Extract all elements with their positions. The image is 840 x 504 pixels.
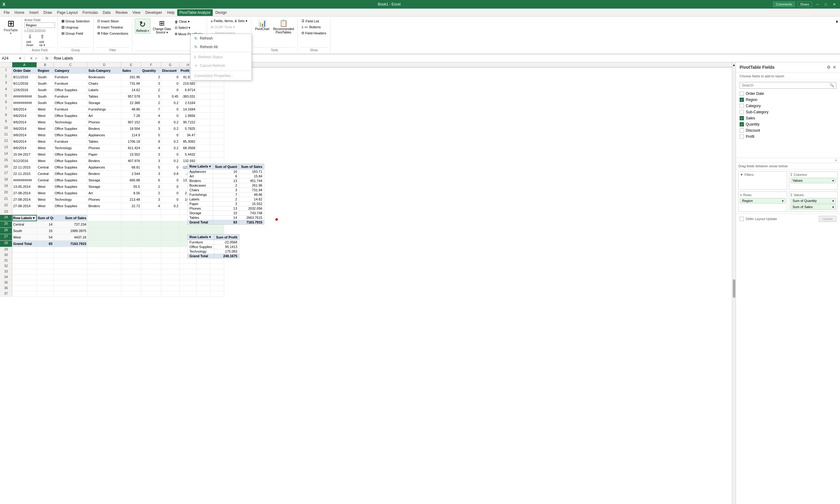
menu-help[interactable]: Help [164, 9, 177, 16]
insert-timeline-button[interactable]: ⊟ Insert Timeline [96, 24, 129, 30]
list-item[interactable]: Bookcases2261.96 [187, 183, 264, 188]
drill-up-button[interactable]: ⇧ DrillUp ▾ [37, 33, 48, 47]
cell-b1[interactable]: Region [37, 68, 54, 74]
pivot1-header-sales[interactable]: Sum of Sales [239, 164, 264, 169]
row-header-1[interactable]: 1 [0, 68, 12, 74]
menu-draw[interactable]: Draw [41, 9, 54, 16]
list-item[interactable]: Paper315.552 [187, 202, 264, 206]
field-item-region[interactable]: ✓ Region [736, 97, 840, 103]
field-headers-button[interactable]: ⊟ Field Headers [300, 30, 327, 36]
cell-g1[interactable]: Discount [161, 68, 180, 74]
menu-pagelayout[interactable]: Page Layout [54, 9, 80, 16]
field-item-profit[interactable]: Profit [736, 133, 840, 140]
plus-minus-buttons-button[interactable]: ± +/- Buttons [300, 24, 327, 30]
pivot1-header-qty[interactable]: Sum of Quant [213, 164, 239, 169]
col-header-g[interactable]: G [161, 62, 180, 67]
group-field-button[interactable]: ▤ Group Field [60, 31, 91, 36]
vertical-scrollbar[interactable]: ▲ ▼ [732, 62, 736, 504]
pivottable-button[interactable]: ⊞ PivotTable ▾ [2, 18, 19, 36]
field-checkbox-orderdate[interactable] [739, 91, 744, 96]
cell-c24[interactable]: Sum of Sales [54, 215, 88, 221]
region-row-dropdown[interactable]: ▾ [782, 199, 784, 202]
confirm-formula-icon[interactable]: ✓ [35, 56, 38, 60]
fields-items-sets-button[interactable]: ≡ Fields, Items, & Sets ▾ [209, 18, 248, 24]
row-header-25[interactable]: 25 [0, 221, 12, 228]
drill-down-button[interactable]: ⇩ DrillDown [24, 33, 35, 47]
menu-view[interactable]: View [130, 9, 143, 16]
list-item[interactable]: Technology175.083 [187, 249, 239, 254]
refresh-button[interactable]: ↻ Refresh ▾ [135, 18, 150, 34]
values-column-tag[interactable]: Values ▾ [790, 178, 836, 183]
panel-close-icon[interactable]: ✕ [833, 65, 836, 70]
menu-formulas[interactable]: Formulas [80, 9, 101, 16]
cell-e1[interactable]: Sales [121, 68, 141, 74]
cell-b25[interactable]: 14 [37, 221, 54, 228]
field-item-subcategory[interactable]: Sub-Category [736, 109, 840, 115]
defer-checkbox[interactable] [739, 217, 744, 221]
field-item-discount[interactable]: Discount [736, 127, 840, 133]
cell-c1[interactable]: Category [54, 68, 88, 74]
field-checkbox-discount[interactable] [739, 128, 744, 132]
sum-qty-dropdown[interactable]: ▾ [832, 199, 834, 202]
field-checkbox-region[interactable]: ✓ [739, 97, 744, 102]
menu-home[interactable]: Home [12, 9, 27, 16]
values-column-dropdown[interactable]: ▾ [832, 179, 834, 182]
refresh-all-item[interactable]: ↻ Refresh All [191, 43, 251, 51]
list-item[interactable]: Labels214.62 [187, 197, 264, 202]
menu-insert[interactable]: Insert [27, 9, 41, 16]
list-item[interactable]: Storage10743.748 [187, 211, 264, 215]
menu-file[interactable]: File [1, 9, 12, 16]
list-item[interactable]: Furniture-22.0568 [187, 240, 239, 245]
list-item[interactable]: Binders13451.744 [187, 179, 264, 183]
col-header-e[interactable]: E [121, 62, 141, 67]
comments-button[interactable]: Comments [773, 2, 795, 7]
change-data-source-button[interactable]: ⊞ Change DataSource ▾ [152, 18, 172, 35]
cell-a1[interactable]: Order Date [12, 68, 37, 74]
cell-a27[interactable]: West [12, 234, 37, 241]
menu-pivottable-analyze[interactable]: PivotTable Analyze [177, 9, 213, 16]
list-item[interactable]: Office Supplies95.1413 [187, 245, 239, 249]
cell-a24[interactable]: Row Labels ▾ [12, 215, 37, 221]
update-button[interactable]: Update [819, 216, 836, 222]
close-icon[interactable]: ✕ [831, 2, 838, 6]
list-item[interactable]: Appliances10183.71 [187, 169, 264, 174]
field-checkbox-quantity[interactable]: ✓ [739, 122, 744, 126]
share-button[interactable]: Share [797, 2, 812, 7]
ungroup-button[interactable]: ▨ Ungroup [60, 24, 91, 30]
field-item-sales[interactable]: ✓ Sales [736, 115, 840, 121]
menu-design[interactable]: Design [213, 9, 229, 16]
search-input[interactable] [742, 83, 829, 88]
list-item[interactable]: Tables142663.7615 [187, 215, 264, 220]
col-header-d[interactable]: D [88, 62, 121, 67]
cell-f1[interactable]: Quantity [141, 68, 161, 74]
field-checkbox-profit[interactable] [739, 134, 744, 139]
corner-cell[interactable] [0, 62, 12, 67]
row-header-24[interactable]: 24 [0, 215, 12, 221]
sum-sales-dropdown[interactable]: ▾ [832, 205, 834, 209]
cell-b24[interactable]: Sum of Qu [37, 215, 54, 221]
olap-tools-button[interactable]: ⊞ OLAP Tools ▾ [209, 24, 248, 30]
cell-a28[interactable]: Grand Total [12, 241, 37, 247]
name-box-input[interactable] [2, 56, 19, 60]
select-button[interactable]: ⊡ Select ▾ [174, 25, 204, 30]
cell-a26[interactable]: South [12, 228, 37, 234]
minimize-icon[interactable]: ─ [815, 2, 821, 6]
cell-c25[interactable]: 737.234 [54, 221, 88, 228]
list-item[interactable]: Furnishings748.86 [187, 193, 264, 197]
sum-qty-tag[interactable]: Sum of Quantity ▾ [790, 198, 836, 203]
field-checkbox-sales[interactable]: ✓ [739, 116, 744, 120]
col-header-f[interactable]: F [141, 62, 161, 67]
field-item-orderdate[interactable]: Order Date [736, 91, 840, 97]
cancel-formula-icon[interactable]: ✕ [30, 56, 33, 60]
refresh-item[interactable]: ↻ Refresh [191, 34, 251, 43]
active-field-input[interactable] [24, 22, 55, 28]
clear-button[interactable]: 🗑 Clear ▾ [174, 19, 204, 24]
pivotchart-button[interactable]: 📊 PivotChart [254, 18, 271, 35]
recommended-pivottables-button[interactable]: 📋 RecommendedPivotTables [272, 18, 295, 35]
sum-sales-tag[interactable]: Sum of Sales ▾ [790, 204, 836, 210]
region-row-tag[interactable]: Region ▾ [740, 198, 786, 203]
pivot1-header-label[interactable]: Row Labels ▾ [187, 164, 213, 169]
field-settings-link[interactable]: ≡ Field Settings [24, 29, 55, 32]
panel-settings-icon[interactable]: ⚙ [827, 65, 831, 70]
list-item[interactable]: Art615.84 [187, 174, 264, 179]
